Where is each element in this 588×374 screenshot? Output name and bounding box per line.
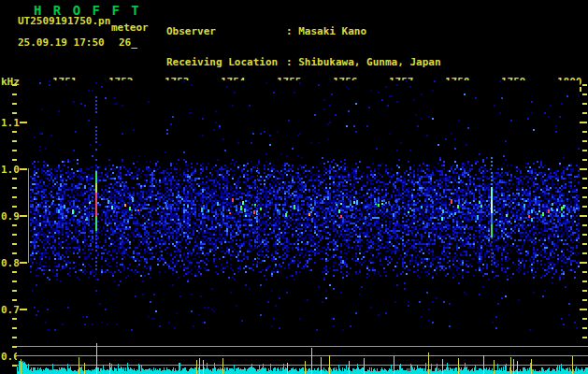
axis-tick [20, 309, 27, 310]
info-label: Observer [166, 26, 286, 36]
info-value: Shibukawa, Gunma, Japan [298, 56, 440, 68]
axis-tick [12, 299, 17, 301]
axis-tick [582, 290, 587, 292]
axis-tick [582, 337, 587, 338]
axis-tick [12, 140, 17, 142]
second-counter: 26_ [119, 37, 137, 48]
axis-tick [12, 178, 17, 180]
axis-tick [12, 159, 17, 161]
axis-tick [582, 327, 587, 329]
info-sep: : [286, 25, 298, 37]
output-filename: UT2509191750.pn [18, 16, 110, 26]
axis-tick [582, 159, 587, 161]
info-row-observer: Observer: Masaki Kano [166, 26, 509, 36]
info-row-location: Receiving Location: Shibukawa, Gunma, Ja… [166, 57, 509, 67]
axis-tick [12, 84, 17, 86]
station-name: meteor [110, 22, 149, 33]
y-tick-label: 0.8 [1, 258, 22, 268]
axis-tick [582, 178, 587, 180]
axis-tick [582, 299, 587, 301]
axis-tick [582, 187, 587, 189]
axis-tick [582, 271, 587, 273]
y-tick-label: 1.1 [1, 118, 22, 128]
axis-tick [12, 103, 17, 105]
axis-tick [12, 150, 17, 151]
axis-tick [20, 122, 27, 123]
axis-tick [20, 262, 27, 264]
axis-tick [582, 234, 587, 236]
axis-tick [582, 112, 587, 114]
signal-level-canvas [17, 340, 588, 374]
axis-tick [12, 206, 17, 208]
axis-tick [582, 94, 587, 95]
info-sep: : [286, 56, 298, 68]
axis-tick [12, 187, 17, 189]
y-tick-label: 1.0 [1, 165, 22, 175]
axis-tick [582, 318, 587, 320]
spectrogram-canvas [30, 80, 580, 331]
axis-tick [582, 280, 587, 282]
axis-tick [12, 94, 17, 95]
axis-tick [582, 103, 587, 105]
axis-tick [12, 196, 17, 198]
axis-tick [12, 224, 17, 226]
axis-tick [12, 271, 17, 273]
axis-tick [582, 140, 587, 142]
axis-tick [12, 234, 17, 236]
x-axis-tick [580, 87, 581, 92]
axis-tick [582, 131, 587, 133]
hrofft-window: H R O F F T UT2509191750.pn meteor 25.09… [0, 0, 588, 374]
axis-tick [582, 84, 587, 86]
axis-tick [12, 337, 17, 338]
y-tick-label: 0.7 [1, 305, 22, 315]
axis-tick [12, 131, 17, 133]
axis-tick [582, 224, 587, 226]
axis-tick [582, 150, 587, 151]
axis-tick [20, 215, 27, 217]
axis-tick [20, 168, 27, 170]
info-label: Receiving Location [166, 57, 286, 67]
axis-tick [12, 327, 17, 329]
axis-tick [12, 290, 17, 292]
axis-tick [12, 243, 17, 245]
current-datetime: 25.09.19 17:50 [18, 37, 105, 48]
axis-tick [582, 196, 587, 198]
axis-tick [12, 112, 17, 114]
axis-tick [582, 206, 587, 208]
axis-tick [12, 318, 17, 320]
info-value: Masaki Kano [298, 25, 366, 37]
y-tick-label: 0.9 [1, 211, 22, 222]
axis-tick [582, 243, 587, 245]
axis-tick [582, 252, 587, 254]
axis-tick [12, 280, 17, 282]
axis-tick [12, 252, 17, 254]
y-axis-border-line [28, 168, 29, 263]
